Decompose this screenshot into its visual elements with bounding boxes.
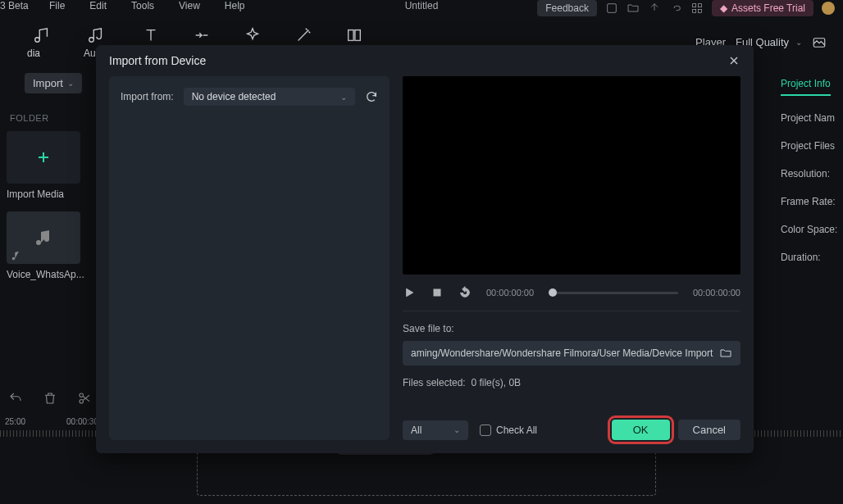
save-to-label: Save file to: [403, 323, 740, 334]
save-path: aming/Wondershare/Wondershare Filmora/Us… [411, 347, 713, 359]
filter-select[interactable]: All ⌄ [403, 420, 468, 440]
import-from-label: Import from: [121, 91, 174, 102]
refresh-icon[interactable] [365, 90, 378, 103]
stop-icon[interactable] [431, 286, 444, 299]
browse-folder-icon[interactable] [719, 347, 732, 360]
replay-icon[interactable] [458, 286, 472, 299]
time-current: 00:00:00:00 [486, 288, 534, 297]
play-icon[interactable] [403, 286, 416, 299]
svg-rect-11 [434, 289, 440, 296]
ok-button[interactable]: OK [612, 420, 670, 440]
device-select[interactable]: No device detected ⌄ [184, 88, 355, 106]
check-all-checkbox[interactable]: Check All [480, 425, 537, 436]
device-select-value: No device detected [192, 91, 276, 102]
files-selected-value: 0 file(s), 0B [471, 377, 521, 388]
chevron-down-icon: ⌄ [453, 425, 460, 434]
cancel-button[interactable]: Cancel [678, 420, 740, 440]
checkbox-icon [480, 425, 491, 436]
check-all-label: Check All [496, 425, 537, 436]
close-icon[interactable] [727, 54, 740, 67]
preview-panel [403, 76, 740, 275]
seek-slider[interactable] [549, 292, 678, 294]
filter-select-value: All [411, 425, 422, 436]
chevron-down-icon: ⌄ [340, 93, 347, 102]
import-from-device-dialog: Import from Device Import from: No devic… [96, 45, 754, 453]
files-selected-label: Files selected: [403, 377, 466, 388]
dialog-title: Import from Device [109, 54, 206, 67]
time-total: 00:00:00:00 [693, 288, 740, 297]
